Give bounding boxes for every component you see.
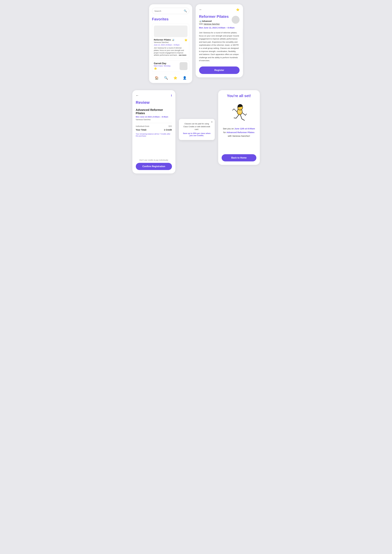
svg-line-12 — [234, 118, 236, 118]
next-class: Next Class: Monday — [154, 65, 170, 67]
info-popup-container: ✕ Classes can be paid for using Class Cr… — [179, 90, 215, 140]
info-popup: ✕ Classes can be paid for using Class Cr… — [179, 119, 215, 140]
svg-line-11 — [236, 115, 239, 118]
svg-rect-6 — [238, 112, 242, 113]
svg-line-13 — [240, 115, 242, 119]
review-footer: Don't use credits & pay individually Con… — [136, 159, 172, 170]
svg-line-8 — [232, 109, 234, 110]
screen-search: 🔍 Favorites Reformer Pilates 📊 Vanessa S… — [149, 4, 192, 83]
search-bar: 🔍 — [152, 8, 189, 14]
balance-credits: 7 Credits — [160, 133, 166, 135]
svg-line-9 — [242, 113, 245, 115]
favorites-title: Favorites — [152, 17, 189, 21]
class-card-image — [154, 26, 188, 37]
class-time-1: June 12, 2023 | 8:00am – 8:45am — [154, 44, 180, 46]
done-text: See you on June 12th at 8:00am for Advan… — [223, 127, 255, 138]
level-icon-1: 📊 — [172, 39, 174, 41]
total-value: 1 Credit — [164, 128, 172, 131]
instructor-card[interactable]: Garrett Day Next Class: Monday ⭐ — [152, 60, 189, 72]
svg-line-10 — [245, 114, 246, 115]
review-divider — [136, 123, 172, 123]
level-bar-icon: 📊 — [199, 20, 202, 22]
class-desc-1: Join Vanessa for a round of reformer pil… — [154, 47, 188, 57]
done-class-name: Advanced Reformer Pilates — [226, 131, 254, 134]
favorite-button[interactable]: ⭐ — [236, 8, 239, 11]
instructor-name: Garrett Day — [154, 62, 170, 65]
total-label: Your Total: — [136, 128, 147, 131]
balance-note: Your remaining balance will be 7 Credits… — [136, 133, 172, 137]
nav-home[interactable]: 🏠 — [155, 76, 159, 80]
total-row: Your Total: 1 Credit — [136, 128, 172, 131]
bottom-nav: 🏠 🔍 ⭐ 👤 — [152, 74, 189, 81]
detail-header: ← ⭐ — [199, 8, 239, 12]
screen-done: You're all set! — [218, 90, 260, 165]
svg-line-7 — [234, 109, 237, 112]
info-popup-highlight: Save up to 25% per class when you use Cr… — [182, 132, 212, 136]
review-time: Mon June 12 2023 | 8:00am – 8:45am — [136, 116, 172, 118]
screen-detail: ← ⭐ Reformer Pilates 📊 Advanced With Van… — [196, 4, 243, 77]
instructor-link[interactable]: Vanessa Sanchez — [203, 23, 220, 25]
done-footer: Back to Home — [222, 154, 256, 161]
nav-favorites[interactable]: ⭐ — [173, 76, 177, 80]
instructor-info: Garrett Day Next Class: Monday ⭐ — [154, 62, 170, 70]
review-header: ← ℹ — [136, 94, 172, 97]
review-title: Review — [136, 100, 172, 105]
dont-use-credits-link[interactable]: Don't use credits & pay individually — [136, 159, 172, 161]
info-icon[interactable]: ℹ — [171, 94, 172, 97]
done-title: You're all set! — [227, 94, 251, 98]
instructor-avatar — [180, 62, 188, 70]
detail-desc: Join Vanessa for a round of reformer pil… — [199, 31, 239, 62]
favorite-star-1[interactable]: ⭐ — [184, 38, 188, 42]
confirm-registration-button[interactable]: Confirm Registration — [136, 163, 172, 170]
info-popup-text: Classes can be paid for using Class Cred… — [182, 122, 212, 131]
nav-profile[interactable]: 👤 — [183, 76, 187, 80]
register-button[interactable]: Register — [199, 66, 239, 74]
info-popup-close-btn[interactable]: ✕ — [211, 121, 213, 123]
detail-instructor: With Vanessa Sanchez — [199, 23, 239, 25]
favorite-star-2[interactable]: ⭐ — [154, 67, 157, 70]
svg-point-3 — [238, 105, 240, 107]
done-illustration — [228, 102, 251, 122]
review-instructor: Vanessa Sanchez — [136, 119, 172, 121]
back-home-button[interactable]: Back to Home — [222, 154, 256, 161]
see-more-link[interactable]: see more — [179, 54, 186, 56]
review-back-button[interactable]: ← — [136, 94, 139, 97]
svg-line-14 — [242, 119, 245, 120]
nav-search[interactable]: 🔍 — [164, 76, 168, 80]
class-instructor-1: Vanessa Sanchez — [154, 41, 180, 43]
svg-point-4 — [240, 105, 243, 107]
individual-cost-label: Individual Cost: — [136, 125, 150, 127]
detail-time: Mon June 12, 2023 | 8:00am – 8:45am — [199, 27, 239, 29]
back-button[interactable]: ← — [199, 8, 202, 12]
instructor-photo — [232, 16, 239, 24]
class-name-1: Reformer Pilates 📊 — [154, 38, 180, 41]
class-card-1[interactable]: Reformer Pilates 📊 Vanessa Sanchez June … — [152, 24, 189, 58]
cost-row: Individual Cost: $35 — [136, 125, 172, 127]
individual-cost-value: $35 — [168, 125, 172, 127]
search-icon-btn[interactable]: 🔍 — [184, 9, 187, 13]
done-date: June 12th at 8:00am — [234, 127, 255, 130]
review-class-name: Advanced Reformer Pilates — [136, 108, 172, 115]
search-input[interactable] — [154, 10, 184, 12]
svg-rect-5 — [238, 111, 242, 111]
screen-review: ← ℹ Review Advanced Reformer Pilates Mon… — [132, 90, 175, 173]
